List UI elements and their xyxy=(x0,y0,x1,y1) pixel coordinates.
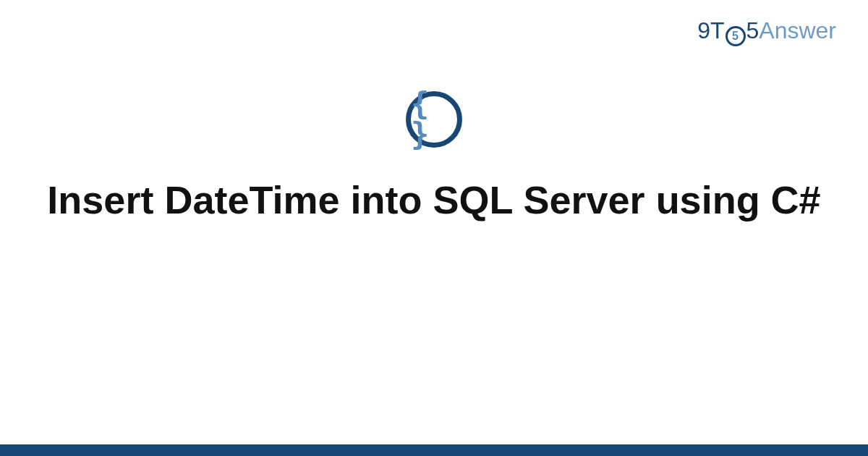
brand-answer: Answer xyxy=(759,17,836,43)
site-brand: 9T55Answer xyxy=(697,17,836,45)
page-title: Insert DateTime into SQL Server using C# xyxy=(47,175,820,225)
footer-accent-bar xyxy=(0,444,868,456)
brand-clock-inner: 5 xyxy=(732,30,739,42)
brand-5: 5 xyxy=(746,17,760,43)
main-content: { } Insert DateTime into SQL Server usin… xyxy=(0,91,868,225)
category-icon-circle: { } xyxy=(406,91,462,148)
brand-t: T xyxy=(710,17,725,43)
brand-clock-icon: 5 xyxy=(726,26,746,46)
code-braces-icon: { } xyxy=(411,89,457,150)
brand-9: 9 xyxy=(697,17,710,43)
